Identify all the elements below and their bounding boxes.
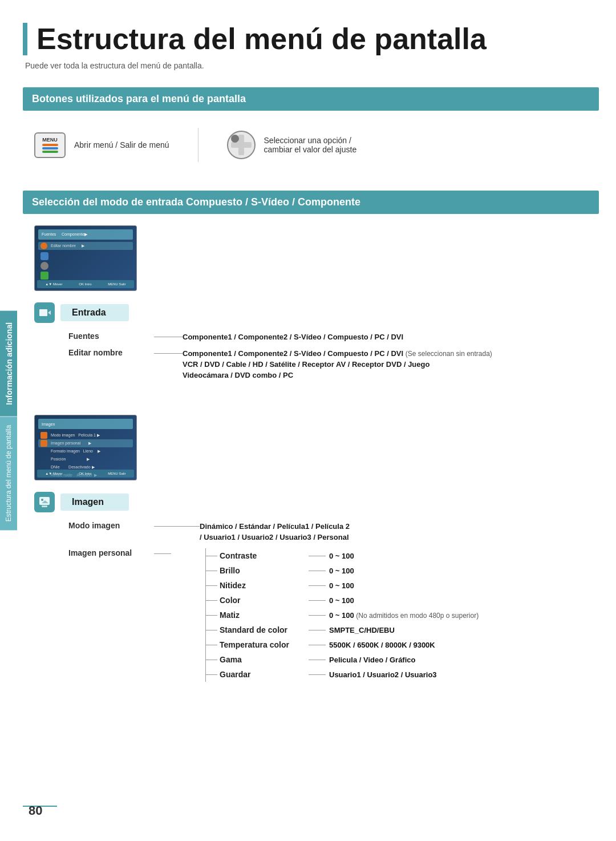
color-label: Color	[217, 596, 309, 605]
input-section-header: Selección del modo de entrada Compuesto …	[23, 191, 599, 214]
nitidez-row: Nitidez 0 ~ 100	[206, 578, 479, 593]
gama-dash	[309, 660, 326, 660]
svg-marker-1	[48, 310, 51, 315]
imagen-tree: Imagen Modo imagen Dinámico / Estándar /…	[23, 486, 599, 694]
imagen-label: Imagen	[60, 494, 129, 511]
fuentes-row: Fuentes Componente1 / Componente2 / S-Ví…	[68, 331, 587, 341]
imagen-section: Imagen Modo imagen Película 1 ▶ Imagen p…	[23, 415, 599, 694]
gama-value: Pelicula / Video / Gráfico	[326, 656, 415, 664]
img-row-1: Modo imagen Película 1 ▶	[38, 431, 133, 439]
nav-button-description: Seleccionar una opción / cambiar el valo…	[264, 136, 378, 154]
standard-color-label: Standard de color	[217, 625, 309, 634]
page-title: Estructura del menú de pantalla	[23, 23, 599, 55]
buttons-section: Botones utilizados para el menú de panta…	[23, 87, 599, 168]
editar-nombre-value1: Componente1 / Componente2 / S-Vídeo / Co…	[183, 348, 587, 358]
menu-button-description: Abrir menú / Salir de menú	[74, 140, 169, 149]
icon-green	[40, 272, 48, 280]
editar-nombre-note: (Se seleccionan sin entrada)	[406, 350, 492, 358]
menu-bottom-bar: ▲▼ MoverOK IntroMENU Salir	[37, 280, 134, 288]
brillo-row: Brillo 0 ~ 100	[206, 563, 479, 578]
matiz-value: 0 ~ 100 (No admitidos en modo 480p o sup…	[326, 611, 479, 620]
modo-imagen-value2: / Usuario1 / Usuario2 / Usuario3 / Perso…	[200, 532, 587, 541]
imagen-bottom-bar: ▲▼ MoverOK IntroMENU Salir	[37, 470, 134, 478]
nitidez-label: Nitidez	[217, 581, 309, 590]
temperatura-color-label: Temperatura color	[217, 640, 309, 649]
nav-button-item: Seleccionar una opción / cambiar el valo…	[227, 131, 378, 159]
menu-bar-2	[42, 147, 58, 149]
matiz-label: Matiz	[217, 610, 309, 620]
menu-bars	[42, 144, 58, 153]
menu-label: MENU	[42, 137, 58, 143]
brillo-dash	[309, 571, 326, 571]
matiz-row: Matiz 0 ~ 100 (No admitidos en modo 480p…	[206, 608, 479, 622]
entrada-label: Entrada	[60, 304, 129, 321]
buttons-section-header: Botones utilizados para el menú de panta…	[23, 87, 599, 111]
guardar-row: Guardar Usuario1 / Usuario2 / Usuario3	[206, 667, 479, 682]
entrada-icon	[34, 302, 55, 323]
fuentes-label: Fuentes	[68, 331, 154, 341]
svg-rect-3	[42, 506, 47, 507]
img-row-3: Formato imagen Lleno ▶	[38, 447, 133, 455]
contraste-label: Contraste	[217, 551, 309, 560]
menu-icons	[40, 252, 133, 280]
guardar-value: Usuario1 / Usuario2 / Usuario3	[326, 670, 437, 679]
fuentes-value: Componente1 / Componente2 / S-Vídeo / Co…	[183, 331, 587, 341]
side-tab-structure: Estructura del menú de pantalla	[0, 417, 17, 530]
editar-nombre-values: Componente1 / Componente2 / S-Vídeo / Co…	[183, 348, 587, 379]
nav-center	[231, 135, 239, 143]
standard-color-value: SMPTE_C/HD/EBU	[326, 626, 395, 634]
svg-point-4	[41, 499, 43, 501]
modo-imagen-values: Dinámico / Estándar / Película1 / Pelícu…	[200, 521, 587, 541]
entrada-children: Fuentes Componente1 / Componente2 / S-Ví…	[68, 331, 587, 379]
menu-bar-1	[42, 144, 58, 146]
main-content: Estructura del menú de pantalla Puede ve…	[23, 0, 599, 751]
imagen-personal-label: Imagen personal	[68, 548, 154, 557]
modo-imagen-hline	[154, 526, 200, 527]
side-tab-info: Información adicional	[0, 311, 17, 417]
modo-imagen-row: Modo imagen Dinámico / Estándar / Pelícu…	[68, 521, 587, 541]
nitidez-dash	[309, 585, 326, 586]
nav-cross	[231, 135, 252, 155]
img-row-4: Posición ▶	[38, 455, 133, 463]
menu-icon-entrada	[40, 242, 47, 249]
page-subtitle: Puede ver toda la estructura del menú de…	[25, 61, 599, 70]
temperatura-color-value: 5500K / 6500K / 8000K / 9300K	[326, 641, 435, 649]
gama-row: Gama Pelicula / Video / Gráfico	[206, 652, 479, 667]
menu-button-item: MENU Abrir menú / Salir de menú	[34, 132, 169, 158]
img-icon-4	[40, 456, 47, 463]
standard-color-row: Standard de color SMPTE_C/HD/EBU	[206, 622, 479, 637]
modo-imagen-value1: Dinámico / Estándar / Película1 / Pelícu…	[200, 521, 587, 531]
matiz-note: (No admitidos en modo 480p o superior)	[356, 612, 479, 620]
icon-gray	[40, 262, 48, 270]
temperatura-color-dash	[309, 645, 326, 645]
imagen-node: Imagen	[34, 492, 587, 512]
input-section: Selección del modo de entrada Compuesto …	[23, 191, 599, 392]
gama-label: Gama	[217, 655, 309, 664]
fuentes-hline	[154, 337, 183, 337]
imagen-screenshot-top: Imagen	[38, 419, 133, 429]
contraste-value: 0 ~ 100	[326, 552, 354, 560]
nitidez-value: 0 ~ 100	[326, 581, 354, 590]
temperatura-color-row: Temperatura color 5500K / 6500K / 8000K …	[206, 637, 479, 652]
entrada-node: Entrada	[34, 302, 587, 323]
brillo-value: 0 ~ 100	[326, 567, 354, 575]
contraste-dash	[309, 556, 326, 556]
editar-nombre-value2: VCR / DVD / Cable / HD / Satélite / Rece…	[183, 359, 587, 369]
imagen-personal-subitems: Contraste 0 ~ 100 Brillo 0 ~ 100 Nitidez	[205, 548, 479, 682]
imagen-svg	[38, 496, 51, 508]
img-row-2: Imagen personal ▶	[38, 439, 133, 447]
editar-nombre-row: Editar nombre Componente1 / Componente2 …	[68, 348, 587, 379]
editar-nombre-value3: Videocámara / DVD combo / PC	[183, 370, 587, 379]
modo-imagen-label: Modo imagen	[68, 521, 154, 530]
imagen-icon	[34, 492, 55, 512]
color-dash	[309, 600, 326, 601]
entrada-svg	[38, 307, 51, 318]
imagen-personal-hline	[154, 553, 171, 554]
editar-nombre-label: Editar nombre	[68, 348, 154, 357]
imagen-menu-screenshot: Imagen Modo imagen Película 1 ▶ Imagen p…	[34, 415, 137, 480]
buttons-row: MENU Abrir menú / Salir de menú	[23, 122, 599, 168]
imagen-personal-row: Imagen personal Contraste 0 ~ 100 Brillo…	[68, 548, 587, 682]
img-icon-2	[40, 440, 47, 447]
nav-button-icon	[227, 131, 256, 159]
brillo-label: Brillo	[217, 566, 309, 575]
